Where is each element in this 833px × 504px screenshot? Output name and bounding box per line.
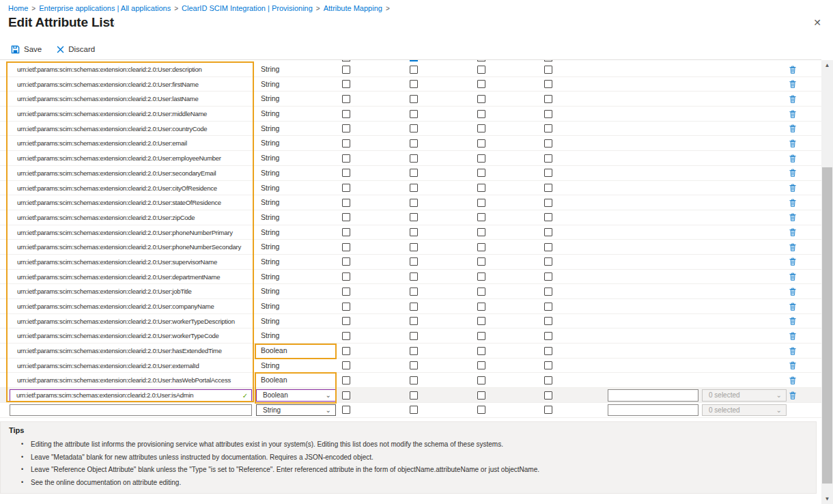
attribute-flag-checkbox-2[interactable] [410, 347, 418, 355]
attribute-flag-checkbox-1[interactable] [342, 317, 350, 325]
attribute-flag-checkbox-4[interactable] [544, 169, 552, 177]
attribute-flag-checkbox-4[interactable] [544, 303, 552, 311]
attribute-flag-checkbox-1[interactable] [342, 272, 350, 281]
attribute-flag-checkbox-2[interactable] [410, 257, 418, 266]
attribute-flag-checkbox-4[interactable] [544, 272, 552, 281]
attribute-flag-checkbox-1[interactable] [342, 95, 350, 103]
attribute-flag-checkbox-1[interactable] [342, 361, 350, 369]
attribute-flag-checkbox-2[interactable] [410, 66, 418, 74]
delete-attribute-icon[interactable] [788, 302, 797, 311]
attribute-flag-checkbox-4[interactable] [544, 228, 552, 236]
attribute-flag-checkbox-4[interactable] [544, 257, 552, 266]
delete-attribute-icon[interactable] [788, 183, 797, 193]
delete-attribute-icon[interactable] [788, 109, 797, 119]
close-icon[interactable]: ✕ [811, 16, 823, 29]
attribute-flag-checkbox-1[interactable] [342, 199, 350, 207]
attribute-flag-checkbox-2[interactable] [410, 361, 418, 369]
attribute-flag-checkbox-2[interactable] [410, 154, 418, 163]
attribute-flag-checkbox-1[interactable] [342, 303, 350, 311]
attribute-flag-checkbox-4[interactable] [544, 288, 552, 296]
delete-attribute-icon[interactable] [788, 391, 797, 400]
delete-attribute-icon[interactable] [788, 65, 797, 74]
attribute-flag-checkbox-1[interactable] [342, 257, 350, 266]
attribute-flag-checkbox-2[interactable] [410, 213, 418, 221]
attribute-flag-checkbox-1[interactable] [342, 288, 350, 296]
attribute-flag-checkbox-2[interactable] [410, 376, 418, 384]
attribute-flag-checkbox-2[interactable] [410, 110, 418, 118]
attribute-flag-checkbox-1[interactable] [342, 243, 350, 251]
attribute-flag-checkbox-2[interactable] [410, 317, 418, 325]
metadata-input[interactable] [608, 404, 698, 417]
scroll-down-arrow[interactable]: ▼ [821, 494, 833, 504]
attribute-flag-checkbox-2[interactable] [410, 391, 418, 400]
attribute-flag-checkbox-2[interactable] [410, 199, 418, 207]
attribute-flag-checkbox-2[interactable] [410, 332, 418, 340]
attribute-flag-checkbox-2[interactable] [410, 228, 418, 236]
attribute-flag-checkbox-3[interactable] [477, 139, 485, 148]
attribute-flag-checkbox-3[interactable] [477, 288, 485, 296]
attribute-flag-checkbox-3[interactable] [477, 317, 485, 325]
new-attribute-type-dropdown[interactable]: String⌄ [256, 404, 336, 417]
attribute-flag-checkbox-2[interactable] [410, 169, 418, 177]
metadata-input[interactable] [608, 389, 698, 402]
attribute-flag-checkbox-3[interactable] [477, 66, 485, 74]
attribute-flag-checkbox-3[interactable] [477, 110, 485, 118]
attribute-flag-checkbox-2[interactable] [410, 184, 418, 192]
attribute-flag-checkbox-1[interactable] [342, 213, 350, 221]
overflow-menu-icon[interactable]: ... [107, 16, 116, 27]
attribute-flag-checkbox-4[interactable] [544, 110, 552, 118]
attribute-name-input[interactable]: urn:ietf:params:scim:schemas:extension:c… [10, 389, 252, 402]
attribute-flag-checkbox-4[interactable] [544, 213, 552, 221]
attribute-flag-checkbox-3[interactable] [477, 124, 485, 132]
new-attribute-name-input[interactable] [10, 404, 252, 417]
attribute-flag-checkbox-4[interactable] [544, 332, 552, 340]
attribute-flag-checkbox-1[interactable] [342, 391, 350, 400]
attribute-flag-checkbox-2[interactable] [410, 80, 418, 88]
delete-attribute-icon[interactable] [788, 227, 797, 237]
discard-button[interactable]: Discard [57, 45, 95, 53]
breadcrumb-link-3[interactable]: ClearID SCIM Integration | Provisioning [182, 4, 313, 12]
attribute-flag-checkbox-3[interactable] [477, 80, 485, 88]
referenced-object-dropdown[interactable]: 0 selected⌄ [702, 404, 787, 417]
attribute-flag-checkbox-3[interactable] [477, 361, 485, 369]
attribute-flag-checkbox-3[interactable] [477, 184, 485, 192]
attribute-flag-checkbox-4[interactable] [544, 154, 552, 163]
attribute-flag-checkbox-1[interactable] [342, 184, 350, 192]
scroll-up-arrow[interactable]: ▲ [821, 60, 833, 70]
attribute-flag-checkbox-4[interactable] [544, 66, 552, 74]
attribute-flag-checkbox-3[interactable] [477, 347, 485, 355]
attribute-flag-checkbox-1[interactable] [342, 110, 350, 118]
vertical-scrollbar[interactable]: ▲ ▼ [821, 60, 833, 504]
attribute-flag-checkbox-1[interactable] [342, 80, 350, 88]
attribute-flag-checkbox-3[interactable] [477, 391, 485, 400]
referenced-object-dropdown[interactable]: 0 selected⌄ [702, 389, 787, 402]
attribute-flag-checkbox-1[interactable] [342, 124, 350, 132]
delete-attribute-icon[interactable] [788, 212, 797, 222]
attribute-flag-checkbox-3[interactable] [477, 95, 485, 103]
attribute-flag-checkbox-4[interactable] [544, 406, 552, 414]
delete-attribute-icon[interactable] [788, 168, 797, 178]
attribute-flag-checkbox-2[interactable] [410, 288, 418, 296]
delete-attribute-icon[interactable] [788, 361, 797, 370]
attribute-flag-checkbox-4[interactable] [544, 347, 552, 355]
attribute-flag-checkbox-2[interactable] [410, 124, 418, 132]
attribute-flag-checkbox-4[interactable] [544, 243, 552, 251]
breadcrumb-link-2[interactable]: Enterprise applications | All applicatio… [39, 4, 171, 12]
delete-attribute-icon[interactable] [788, 257, 797, 266]
breadcrumb-link-4[interactable]: Attribute Mapping [324, 4, 382, 12]
attribute-flag-checkbox-4[interactable] [544, 361, 552, 369]
delete-attribute-icon[interactable] [788, 154, 797, 163]
attribute-flag-checkbox-4[interactable] [544, 376, 552, 384]
attribute-flag-checkbox-3[interactable] [477, 243, 485, 251]
attribute-flag-checkbox-3[interactable] [477, 332, 485, 340]
attribute-flag-checkbox-1[interactable] [342, 139, 350, 148]
delete-attribute-icon[interactable] [788, 346, 797, 356]
attribute-flag-checkbox-4[interactable] [544, 184, 552, 192]
attribute-flag-checkbox-4[interactable] [544, 199, 552, 207]
attribute-flag-checkbox-3[interactable] [477, 257, 485, 266]
attribute-flag-checkbox-3[interactable] [477, 406, 485, 414]
attribute-type-dropdown[interactable]: Boolean⌄ [256, 389, 336, 402]
delete-attribute-icon[interactable] [788, 316, 797, 326]
attribute-flag-checkbox-3[interactable] [477, 213, 485, 221]
delete-attribute-icon[interactable] [788, 79, 797, 89]
